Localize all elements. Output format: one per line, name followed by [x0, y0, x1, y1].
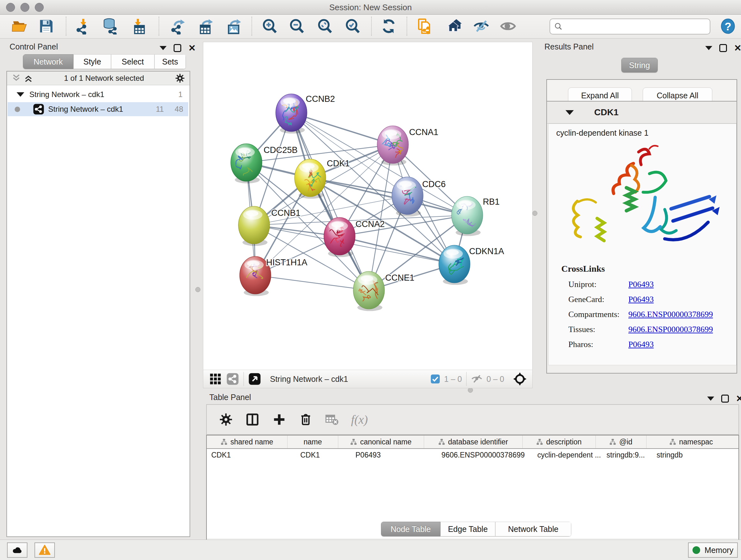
- import-table-icon: [130, 18, 146, 35]
- gear-icon[interactable]: [175, 73, 185, 83]
- crosslink-value[interactable]: 9606.ENSP00000378699: [628, 310, 713, 319]
- network-collection-row[interactable]: String Network – cdk1 1: [8, 87, 188, 102]
- network-edge[interactable]: [255, 275, 369, 290]
- tab-network[interactable]: Network: [23, 54, 73, 69]
- toolbar-separator: [252, 17, 252, 36]
- tree-expander-icon[interactable]: [17, 92, 24, 97]
- zoom-fit-button[interactable]: [316, 17, 334, 36]
- section-expander-icon[interactable]: [565, 110, 574, 115]
- crosslink-value[interactable]: P06493: [628, 280, 654, 289]
- column-header[interactable]: shared name: [207, 435, 287, 448]
- column-tree-icon: [439, 439, 445, 445]
- crosslink-value[interactable]: P06493: [628, 295, 654, 304]
- title-bar: Session: New Session: [0, 0, 741, 15]
- copy-network-button[interactable]: [415, 17, 434, 36]
- network-node-CDK1[interactable]: [294, 159, 326, 199]
- network-status-dot: [15, 107, 20, 112]
- expand-all-icon[interactable]: [23, 73, 33, 83]
- toolbar-separator: [407, 17, 407, 36]
- panel-float-icon[interactable]: [719, 44, 727, 52]
- svg-text:?: ?: [724, 20, 731, 33]
- panel-menu-icon[interactable]: [707, 396, 714, 401]
- open-in-new-window-icon[interactable]: [248, 373, 261, 385]
- refresh-button[interactable]: [380, 17, 398, 36]
- hide-selected-button[interactable]: [472, 17, 490, 36]
- network-node-count: 11: [156, 105, 164, 114]
- table-toolbar: f(x): [206, 404, 739, 435]
- network-node-CDC25B[interactable]: [231, 144, 262, 183]
- column-header[interactable]: database identifier: [424, 435, 523, 448]
- tab-sets[interactable]: Sets: [154, 54, 186, 69]
- column-header[interactable]: name: [287, 435, 338, 448]
- table-type-tabs: Node Table Edge Table Network Table: [381, 522, 571, 537]
- collapse-all-icon[interactable]: [11, 73, 21, 83]
- panel-close-icon[interactable]: ✕: [188, 45, 196, 51]
- right-splitter-handle[interactable]: [532, 211, 537, 216]
- import-table-file-button[interactable]: [129, 17, 147, 36]
- cloud-status-button[interactable]: [7, 543, 27, 558]
- column-header[interactable]: description: [523, 435, 596, 448]
- zoom-selected-button[interactable]: [343, 17, 362, 36]
- export-image-button[interactable]: [225, 17, 243, 36]
- show-all-button[interactable]: [499, 17, 517, 36]
- network-node-CCNA2[interactable]: [324, 217, 355, 257]
- crosslink-value[interactable]: 9606.ENSP00000378699: [628, 325, 713, 334]
- delete-table-button[interactable]: [325, 413, 339, 427]
- panel-close-icon[interactable]: ✕: [734, 45, 741, 51]
- crosslink-value[interactable]: P06493: [628, 340, 654, 349]
- tab-network-table[interactable]: Network Table: [495, 522, 571, 537]
- network-node-CCNA1[interactable]: [377, 126, 411, 165]
- panel-float-icon[interactable]: [174, 44, 181, 52]
- column-header[interactable]: namespac: [647, 435, 736, 448]
- network-view-canvas[interactable]: CCNB2CCNA1CDC25BCDK1CDC6RB1CCNB1CCNA2CDK…: [203, 42, 533, 370]
- open-session-button[interactable]: [10, 17, 29, 36]
- tab-select[interactable]: Select: [111, 54, 154, 69]
- column-header[interactable]: @id: [596, 435, 647, 448]
- tab-node-table[interactable]: Node Table: [381, 522, 441, 537]
- panel-menu-icon[interactable]: [159, 46, 166, 50]
- network-node-CDKN1A[interactable]: [439, 245, 470, 285]
- panel-menu-icon[interactable]: [705, 46, 712, 50]
- network-badge-icon[interactable]: [226, 373, 239, 385]
- zoom-out-button[interactable]: [287, 17, 306, 36]
- warning-status-button[interactable]: [35, 543, 55, 558]
- panel-float-icon[interactable]: [721, 395, 729, 402]
- crosslink-label: Compartments:: [568, 310, 619, 319]
- selected-checkbox-icon[interactable]: [430, 374, 441, 384]
- left-splitter-handle[interactable]: [195, 287, 200, 292]
- function-builder-button[interactable]: f(x): [351, 413, 368, 427]
- show-columns-button[interactable]: [245, 412, 260, 427]
- import-network-file-button[interactable]: [73, 17, 91, 36]
- export-table-button[interactable]: [197, 17, 215, 36]
- search-input[interactable]: [563, 20, 710, 33]
- gene-section-header[interactable]: CDK1: [547, 102, 737, 124]
- birds-eye-view-icon[interactable]: [209, 373, 222, 385]
- memory-button[interactable]: Memory: [688, 543, 738, 558]
- tab-style[interactable]: Style: [73, 54, 111, 69]
- column-header[interactable]: canonical name: [338, 435, 424, 448]
- help-button[interactable]: ?: [719, 17, 737, 36]
- export-network-button[interactable]: [169, 17, 187, 36]
- tab-edge-table[interactable]: Edge Table: [441, 522, 495, 537]
- help-icon: ?: [720, 18, 736, 35]
- network-edge[interactable]: [369, 145, 393, 290]
- tab-string[interactable]: String: [621, 58, 658, 72]
- table-row[interactable]: CDK1 CDK1 P06493 9606.ENSP00000378699 cy…: [207, 449, 738, 462]
- table-settings-button[interactable]: [219, 413, 233, 427]
- network-edge[interactable]: [340, 236, 455, 264]
- network-row-selected[interactable]: String Network – cdk1 11 48: [8, 102, 188, 116]
- network-node-CCNB2[interactable]: [276, 92, 307, 133]
- columns-icon: [245, 412, 260, 427]
- network-node-CCNB1[interactable]: [239, 206, 270, 246]
- open-folder-icon: [11, 18, 28, 35]
- create-column-button[interactable]: [272, 412, 286, 427]
- center-view-crosshair-icon[interactable]: [513, 372, 527, 386]
- network-node-RB1[interactable]: [452, 196, 483, 236]
- zoom-in-button[interactable]: [260, 17, 279, 36]
- import-network-database-button[interactable]: [101, 17, 119, 36]
- panel-close-icon[interactable]: ✕: [736, 395, 741, 402]
- home-button[interactable]: [446, 17, 464, 36]
- save-session-button[interactable]: [37, 17, 56, 36]
- delete-column-button[interactable]: [299, 413, 313, 427]
- results-scrollbar-track[interactable]: [548, 365, 736, 371]
